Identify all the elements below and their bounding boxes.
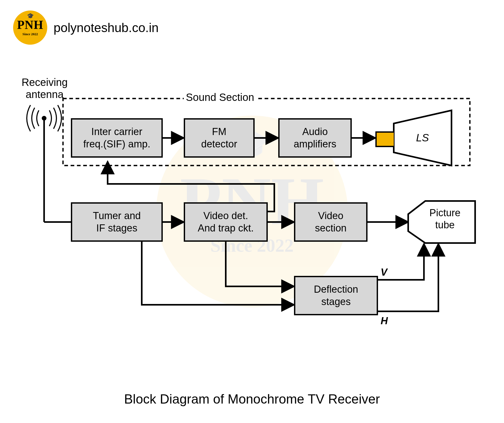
- picture-tube-label: Picturetube: [416, 207, 474, 231]
- svg-point-2: [42, 116, 46, 121]
- block-video-detector: Video det.And trap ckt.: [184, 202, 268, 242]
- block-tuner-if: Tumer andIF stages: [71, 202, 163, 242]
- sound-section-label: Sound Section: [184, 91, 256, 103]
- figure-caption: Block Diagram of Monochrome TV Receiver: [0, 391, 504, 407]
- block-deflection-stages: Deflectionstages: [294, 276, 378, 315]
- logo-since: Since 2022: [23, 32, 38, 36]
- graduation-cap-icon: 🎓: [27, 13, 34, 19]
- site-header: 🎓 PNH Since 2022 polynoteshub.co.in: [13, 11, 159, 45]
- deflection-v-label: V: [381, 267, 387, 278]
- loudspeaker-label: LS: [416, 132, 429, 144]
- antenna-label: Receivingantenna: [18, 76, 71, 100]
- deflection-h-label: H: [381, 315, 388, 327]
- block-diagram: Receivingantenna Sound Section V H Inter…: [16, 84, 488, 352]
- block-audio-amplifiers: Audioamplifiers: [278, 118, 352, 158]
- logo-acronym: PNH: [17, 19, 43, 31]
- site-url: polynoteshub.co.in: [54, 20, 159, 35]
- logo-icon: 🎓 PNH Since 2022: [13, 11, 47, 45]
- loudspeaker-magnet: [375, 131, 394, 147]
- block-sif-amp: Inter carrierfreq.(SIF) amp.: [71, 118, 163, 158]
- block-video-section: Videosection: [294, 202, 368, 242]
- loudspeaker: LS: [375, 118, 452, 158]
- block-fm-detector: FMdetector: [184, 118, 255, 158]
